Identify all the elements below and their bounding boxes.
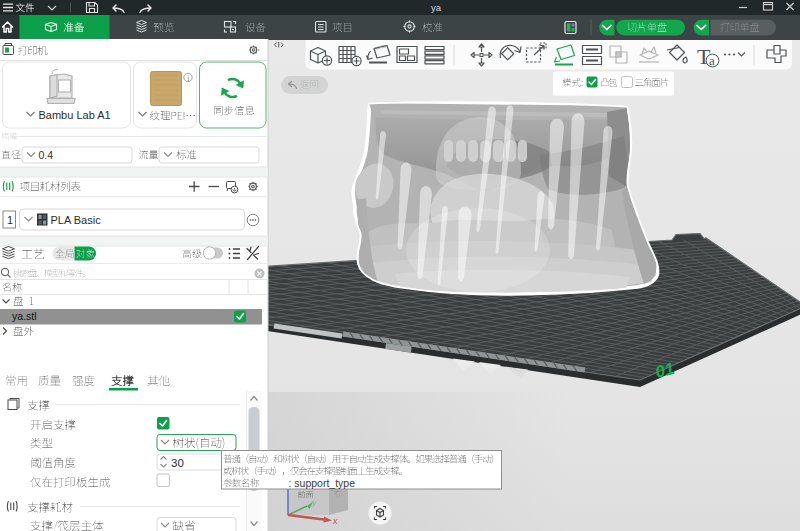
svg-text:Bambu Lab A1: Bambu Lab A1 xyxy=(39,109,111,121)
svg-text:i: i xyxy=(187,74,189,83)
svg-text:PLA Basic: PLA Basic xyxy=(51,214,102,226)
svg-text:1: 1 xyxy=(7,214,13,226)
svg-text:ya.stl: ya.stl xyxy=(12,310,37,322)
svg-text:a: a xyxy=(709,53,715,68)
svg-text:30: 30 xyxy=(171,457,184,469)
svg-text:: support_type: : support_type xyxy=(289,477,356,489)
svg-text:x: x xyxy=(332,516,338,526)
svg-text:ya: ya xyxy=(431,2,442,13)
svg-text:0.4: 0.4 xyxy=(39,149,54,161)
